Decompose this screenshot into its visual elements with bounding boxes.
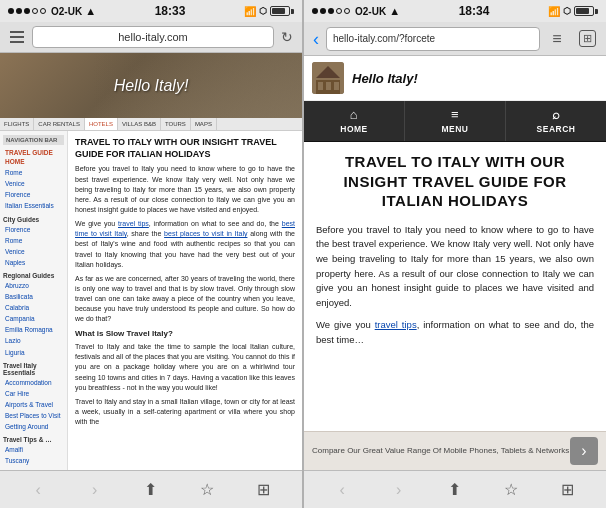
svg-rect-3 [318,82,323,90]
nav-label-menu: MENU [441,124,468,134]
forward-icon: › [92,481,97,499]
sidebar-item-guide-home[interactable]: TRAVEL GUIDE HOME [3,147,64,167]
sidebar-item-venice2[interactable]: Venice [3,246,64,257]
article-sub-para2-left: Travel to Italy and stay in a small Ital… [75,397,295,427]
sidebar-item-rome[interactable]: Rome [3,167,64,178]
article-para2-right: We give you travel tips, information on … [316,318,594,347]
sidebar-item-getting-around[interactable]: Getting Around [3,421,64,432]
back-button-browser-right[interactable]: ‹ [310,30,322,48]
refresh-button-left[interactable]: ↻ [278,28,296,46]
best-places-link[interactable]: best places to visit in Italy [164,230,247,237]
article-sub-para1-left: Travel to Italy and take the time to sam… [75,342,295,393]
bookmark-icon-r: ☆ [504,480,518,499]
sidebar-item-airports[interactable]: Airports & Travel [3,399,64,410]
signal-dot-5 [40,8,46,14]
signal-dot-r2 [320,8,326,14]
sidebar-nav-label: NAVIGATION BAR [3,135,64,145]
url-text-left: hello-italy.com [118,31,188,43]
battery-body-right [574,6,594,16]
url-bar-left[interactable]: hello-italy.com [32,26,274,48]
travel-tips-link-right[interactable]: travel tips [375,319,417,330]
hamburger-icon-right: ≡ [552,30,561,48]
signal-dot-4 [32,8,38,14]
right-status-right: 📶 ⬡ [548,6,598,17]
hamburger-line [10,31,24,33]
sidebar-item-lazio[interactable]: Lazio [3,335,64,346]
signal-dot-r3 [328,8,334,14]
back-button-left[interactable]: ‹ [23,475,53,505]
site-name-right: Hello Italy! [352,71,418,86]
sidebar-item-essentials[interactable]: Italian Essentials [3,200,64,211]
tab-maps[interactable]: MAPS [191,118,217,130]
tabs-icon-br: ⊞ [561,480,574,499]
sidebar-item-best-places[interactable]: Best Places to Visit [3,410,64,421]
nav-menu-right: ⌂ HOME ≡ MENU ⌕ SEARCH [304,101,606,142]
sidebar-item-venice[interactable]: Venice [3,178,64,189]
sidebar-item-florence[interactable]: Florence [3,189,64,200]
sidebar-item-tuscany[interactable]: Tuscany [3,455,64,466]
nav-item-home[interactable]: ⌂ HOME [304,101,405,141]
article-title-left: TRAVEL TO ITALY WITH OUR INSIGHT TRAVEL … [75,137,295,160]
share-icon: ⬆ [144,480,157,499]
hero-title-left: Hello Italy! [114,77,189,95]
back-button-bottom-right[interactable]: ‹ [327,475,357,505]
search-icon: ⌕ [552,108,561,121]
bt-icon-right: ⬡ [563,6,571,16]
travel-tips-link-left[interactable]: travel tips [118,220,149,227]
tab-villas[interactable]: VILLAS B&B [118,118,161,130]
battery-body [270,6,290,16]
battery-fill-right [576,8,589,14]
sidebar-item-basilicata[interactable]: Basilicata [3,291,64,302]
bookmark-button-bottom-right[interactable]: ☆ [496,475,526,505]
bottom-banner-right: Compare Our Great Value Range Of Mobile … [304,431,606,470]
share-button-left[interactable]: ⬆ [136,475,166,505]
share-button-bottom-right[interactable]: ⬆ [440,475,470,505]
sidebar-item-emilia[interactable]: Emilia Romagna [3,324,64,335]
svg-rect-5 [334,82,339,90]
bluetooth-icon-left: 📶 [244,6,256,17]
site-icon-right [312,62,344,94]
tab-tours[interactable]: TOURS [161,118,191,130]
time-left: 18:33 [155,4,186,18]
banner-text: Compare Our Great Value Range Of Mobile … [312,446,570,456]
bookmark-icon: ☆ [200,480,214,499]
article-left: TRAVEL TO ITALY WITH OUR INSIGHT TRAVEL … [68,131,302,470]
sidebar-item-florence2[interactable]: Florence [3,224,64,235]
tab-flights[interactable]: FLIGHTS [0,118,34,130]
left-status-bar: O2-UK ▲ 18:33 📶 ⬡ [0,0,302,22]
bottom-toolbar-right: ‹ › ⬆ ☆ ⊞ [304,470,606,508]
arrow-icon: › [581,442,586,460]
sidebar-item-calabria[interactable]: Calabria [3,302,64,313]
signal-dots-right [312,8,350,14]
sidebar-item-accommodation[interactable]: Accommodation [3,377,64,388]
sidebar-item-abruzzo[interactable]: Abruzzo [3,280,64,291]
browser-chrome-right: ‹ hello-italy.com/?forcete ≡ ⊞ [304,22,606,56]
left-status-left: O2-UK ▲ [8,5,96,17]
banner-arrow-button[interactable]: › [570,437,598,465]
bookmark-button-left[interactable]: ☆ [192,475,222,505]
url-bar-right[interactable]: hello-italy.com/?forcete [326,27,540,51]
nav-item-search[interactable]: ⌕ SEARCH [506,101,606,141]
forward-button-bottom-right[interactable]: › [384,475,414,505]
sidebar-item-campania[interactable]: Campania [3,313,64,324]
sidebar-item-amalfi[interactable]: Amalfi [3,444,64,455]
forward-button-left[interactable]: › [80,475,110,505]
hamburger-button-right[interactable]: ≡ [544,27,570,51]
nav-item-menu[interactable]: ≡ MENU [405,101,506,141]
menu-button-left[interactable] [6,26,28,48]
article-para3-left: As far as we are concerned, after 30 yea… [75,274,295,325]
nav-tabs-left: FLIGHTS CAR RENTALS HOTELS VILLAS B&B TO… [0,118,302,131]
tabs-button-bottom-right[interactable]: ⊞ [553,475,583,505]
sidebar-travel-tips-title: Travel Tips & … [3,436,64,443]
tabs-button-left[interactable]: ⊞ [249,475,279,505]
article-subheading-left: What is Slow Travel Italy? [75,328,295,340]
sidebar-item-car-hire[interactable]: Car Hire [3,388,64,399]
sidebar-item-liguria[interactable]: Liguria [3,347,64,358]
tabs-button-right[interactable]: ⊞ [574,27,600,51]
sidebar-item-rome2[interactable]: Rome [3,235,64,246]
tab-hotels[interactable]: HOTELS [85,118,118,130]
tab-car-rentals[interactable]: CAR RENTALS [34,118,85,130]
time-right: 18:34 [459,4,490,18]
signal-dot-r5 [344,8,350,14]
sidebar-item-naples[interactable]: Naples [3,257,64,268]
